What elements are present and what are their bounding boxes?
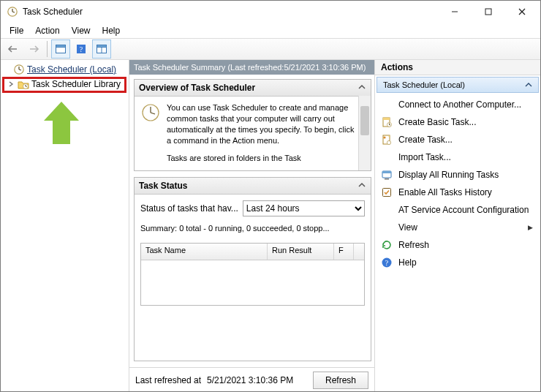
status-summary-line: Summary: 0 total - 0 running, 0 succeede… xyxy=(140,224,365,233)
svg-rect-33 xyxy=(385,178,389,180)
action-item-display-all-running-tasks[interactable]: Display All Running Tasks xyxy=(378,166,537,184)
action-item-label: Import Task... xyxy=(398,152,451,162)
task-status-body: Status of tasks that hav... Last 24 hour… xyxy=(135,195,371,312)
toolbar-back-button[interactable] xyxy=(4,39,23,59)
minimize-button[interactable] xyxy=(438,1,472,23)
menu-view[interactable]: View xyxy=(67,24,95,37)
collapse-up-icon[interactable] xyxy=(357,83,366,91)
display-icon xyxy=(381,169,393,181)
menu-action[interactable]: Action xyxy=(31,24,64,37)
action-item-label: View xyxy=(398,222,417,233)
tree-root-label: Task Scheduler (Local) xyxy=(27,64,116,75)
overview-group: Overview of Task Scheduler You can use T… xyxy=(134,79,371,171)
tree-pane: Task Scheduler (Local) Task Scheduler Li… xyxy=(1,60,129,392)
action-item-connect-to-another-computer[interactable]: Connect to Another Computer... xyxy=(378,96,537,113)
titlebar: Task Scheduler xyxy=(1,1,540,23)
actions-header: Actions xyxy=(375,60,540,75)
status-range-select[interactable]: Last 24 hours xyxy=(243,200,365,216)
collapse-up-icon[interactable] xyxy=(357,181,366,189)
overview-paragraph-2: Tasks are stored in folders in the Task xyxy=(167,153,355,164)
overview-title: Overview of Task Scheduler xyxy=(139,83,255,93)
action-item-refresh[interactable]: Refresh xyxy=(378,236,537,254)
folder-library-icon xyxy=(18,78,29,90)
svg-rect-8 xyxy=(56,45,66,48)
actions-pane: Actions Task Scheduler (Local) Connect t… xyxy=(375,60,540,392)
main-area: Task Scheduler (Local) Task Scheduler Li… xyxy=(1,60,540,392)
toolbar-separator xyxy=(47,41,48,57)
scrollbar-thumb[interactable] xyxy=(360,106,369,135)
overview-header[interactable]: Overview of Task Scheduler xyxy=(135,80,371,97)
blank-icon xyxy=(381,151,393,163)
blank-icon xyxy=(381,99,393,110)
task-status-header[interactable]: Task Status xyxy=(135,178,371,195)
close-button[interactable] xyxy=(505,1,539,23)
blank-icon xyxy=(381,222,393,233)
overview-body: You can use Task Scheduler to create and… xyxy=(135,97,371,165)
svg-line-27 xyxy=(390,125,391,126)
toolbar-properties-button[interactable] xyxy=(51,39,70,59)
action-item-create-task[interactable]: Create Task... xyxy=(378,131,537,148)
chevron-right-icon[interactable] xyxy=(7,80,15,88)
svg-rect-12 xyxy=(97,45,107,48)
toolbar-panes-button[interactable] xyxy=(92,39,111,59)
summary-header-suffix: ) xyxy=(363,63,366,72)
svg-text:?: ? xyxy=(385,259,389,267)
summary-pane: Task Scheduler Summary (Last refreshed: … xyxy=(129,60,375,392)
action-item-enable-all-tasks-history[interactable]: Enable All Tasks History xyxy=(378,184,537,201)
action-item-import-task[interactable]: Import Task... xyxy=(378,148,537,166)
svg-line-19 xyxy=(26,86,27,87)
toolbar-forward-button[interactable] xyxy=(24,39,43,59)
actions-subheader[interactable]: Task Scheduler (Local) xyxy=(377,77,539,93)
action-item-label: Refresh xyxy=(398,240,429,250)
menu-file[interactable]: File xyxy=(5,24,28,37)
summary-header-prefix: Task Scheduler Summary (Last refreshed: xyxy=(134,63,284,72)
action-item-at-service-account-configuration[interactable]: AT Service Account Configuration xyxy=(378,201,537,219)
summary-header-time: 5/21/2021 3:10:36 PM xyxy=(284,63,363,72)
chevron-right-icon: ▶ xyxy=(528,224,533,231)
action-item-view[interactable]: View▶ xyxy=(378,219,537,236)
window-controls xyxy=(438,1,539,23)
tree-root-row[interactable]: Task Scheduler (Local) xyxy=(1,62,129,77)
col-task-name[interactable]: Task Name xyxy=(141,244,268,260)
summary-header: Task Scheduler Summary (Last refreshed: … xyxy=(129,60,374,75)
overview-text-block: You can use Task Scheduler to create and… xyxy=(167,102,355,164)
blank-icon xyxy=(381,204,393,216)
toolbar-help-button[interactable]: ? xyxy=(72,39,91,59)
svg-rect-32 xyxy=(382,171,391,173)
action-item-label: Help xyxy=(398,257,417,268)
col-run-result[interactable]: Run Result xyxy=(268,244,334,260)
action-item-label: Create Task... xyxy=(398,135,453,145)
svg-rect-4 xyxy=(485,9,491,15)
action-item-create-basic-task[interactable]: Create Basic Task... xyxy=(378,113,537,131)
svg-point-30 xyxy=(383,136,385,138)
enable-icon xyxy=(381,186,393,198)
action-item-label: Enable All Tasks History xyxy=(398,187,492,197)
tree-library-row[interactable]: Task Scheduler Library xyxy=(1,77,129,91)
doc-create-icon xyxy=(381,134,393,146)
summary-footer: Last refreshed at 5/21/2021 3:10:36 PM R… xyxy=(129,367,374,392)
task-scheduler-window: Task Scheduler File Action View Help ? T… xyxy=(0,0,541,392)
action-item-label: Connect to Another Computer... xyxy=(398,99,521,110)
tree-expander-icon xyxy=(2,65,11,74)
action-item-help[interactable]: ?Help xyxy=(378,254,537,271)
overview-paragraph-1: You can use Task Scheduler to create and… xyxy=(167,102,355,146)
refresh-icon xyxy=(381,239,393,251)
col-extra[interactable]: F xyxy=(334,244,354,260)
maximize-button[interactable] xyxy=(472,1,505,23)
task-status-group: Task Status Status of tasks that hav... … xyxy=(134,177,371,361)
task-table-header-row: Task Name Run Result F xyxy=(141,244,364,260)
doc-basic-icon xyxy=(381,116,393,128)
status-range-label: Status of tasks that hav... xyxy=(140,203,238,214)
clock-icon xyxy=(140,102,161,123)
menu-help[interactable]: Help xyxy=(98,24,125,37)
svg-text:?: ? xyxy=(80,45,83,53)
toolbar: ? xyxy=(1,38,540,60)
task-table: Task Name Run Result F xyxy=(140,243,365,306)
refresh-button[interactable]: Refresh xyxy=(313,372,368,389)
footer-prefix: Last refreshed at xyxy=(135,375,201,385)
window-title: Task Scheduler xyxy=(23,7,438,17)
collapse-up-icon xyxy=(525,81,532,88)
svg-rect-24 xyxy=(383,118,390,120)
overview-scrollbar[interactable] xyxy=(358,96,371,170)
help-icon: ? xyxy=(381,257,393,268)
